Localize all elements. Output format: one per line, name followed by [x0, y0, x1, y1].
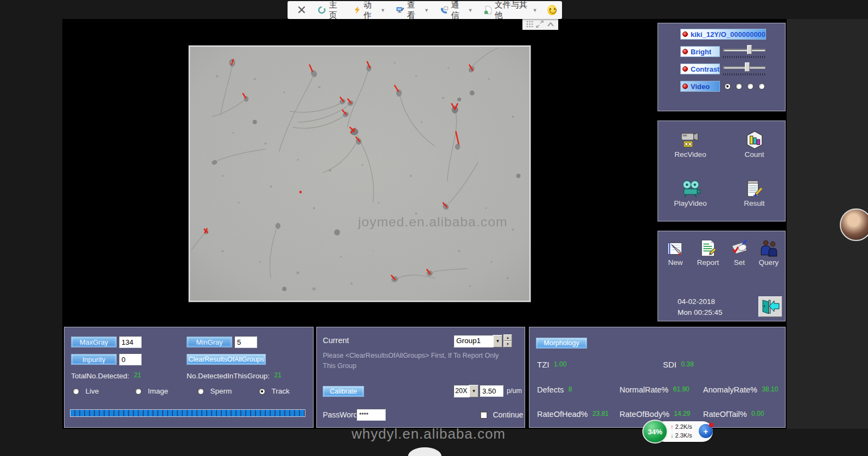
patient-id-button[interactable]: kiki_12Y/O_000000000 [680, 29, 766, 40]
current-group-panel: Current Group1 ▼ ▲ ▼ Please <ClearResult… [316, 327, 525, 428]
morphology-button[interactable]: Morphology [536, 338, 587, 349]
mingray-button[interactable]: MinGray [187, 337, 232, 347]
sdi-value: 0.38 [681, 360, 693, 368]
inpurity-label: Inpurity [82, 356, 106, 364]
slider-thumb[interactable] [745, 62, 750, 72]
magnification-select[interactable]: 20X ▼ [454, 385, 478, 397]
inpurity-button[interactable]: Inpurity [71, 354, 117, 365]
grid-icon[interactable] [526, 21, 533, 28]
notepad-icon [745, 180, 764, 198]
remote-toolbar: 主页 动作 ▼ 查看 ▼ 通信 ▼ [288, 1, 562, 19]
micrograph-view[interactable]: joymed.en.alibaba.com [189, 46, 531, 302]
memory-percent-value: 34% [648, 428, 662, 436]
expand-icon[interactable] [536, 21, 544, 28]
spin-down-icon[interactable]: ▼ [503, 341, 512, 347]
bright-button[interactable]: Bright [680, 46, 720, 57]
radio-live[interactable]: Live [73, 386, 99, 396]
calibrate-label: Calibrate [330, 388, 357, 395]
report-button[interactable]: Report [692, 239, 724, 267]
rateofbody-label: RateOfBody% [620, 410, 669, 419]
radio-icon[interactable] [135, 388, 142, 395]
exit-button[interactable] [758, 296, 782, 317]
video-source-radio-4[interactable] [758, 83, 765, 90]
chevron-down-icon: ▼ [533, 8, 538, 13]
slider-ticks [723, 56, 765, 58]
password-input[interactable] [356, 409, 386, 421]
close-icon[interactable] [293, 4, 310, 16]
slider-ticks [723, 73, 765, 75]
video-actions-panel: RecVideo Count PlayVideo [658, 121, 786, 221]
contrast-slider[interactable] [722, 62, 767, 77]
toolbar-item-comm[interactable]: 通信 ▼ [436, 0, 477, 21]
video-source-radio-3[interactable] [747, 83, 754, 90]
video-source-radio-1[interactable] [724, 83, 731, 90]
magnification-value: 20X [454, 385, 469, 397]
inpurity-input[interactable] [119, 353, 142, 365]
continue-label: Continue [493, 410, 523, 419]
radio-icon[interactable] [73, 388, 79, 395]
calibrate-button[interactable]: Calibrate [323, 386, 364, 397]
continue-option[interactable]: Continue [480, 410, 524, 420]
radio-image[interactable]: Image [135, 386, 168, 396]
recvideo-label: RecVideo [674, 150, 706, 159]
maxgray-input[interactable] [119, 336, 142, 348]
spin-up-icon[interactable]: ▲ [503, 334, 512, 341]
video-button[interactable]: Video [680, 81, 720, 92]
mingray-label: MinGray [196, 338, 222, 346]
toolbar-item-files[interactable]: 文件与其他 ▼ [480, 0, 541, 21]
radio-sperm[interactable]: Sperm [197, 386, 232, 396]
date-text: 04-02-2018 [678, 296, 723, 307]
bright-slider[interactable] [722, 45, 767, 59]
radio-icon[interactable] [197, 388, 204, 395]
scale-input[interactable] [480, 385, 503, 397]
contrast-button[interactable]: Contrast [680, 64, 720, 74]
normalrate-label: NormalRate% [620, 385, 668, 394]
toolbar-item-view[interactable]: 查看 ▼ [392, 0, 433, 21]
playvideo-button[interactable]: PlayVideo [670, 180, 711, 207]
maxgray-label: MaxGray [80, 338, 108, 346]
result-button[interactable]: Result [734, 180, 775, 207]
chevron-down-icon: ▼ [468, 8, 473, 13]
slider-thumb[interactable] [747, 45, 752, 54]
recvideo-button[interactable]: RecVideo [670, 131, 711, 159]
file-icon [484, 5, 492, 15]
clear-first-notice: Please <ClearResultsOfAllGroups> First, … [323, 351, 510, 372]
set-button[interactable]: Set [725, 239, 754, 267]
rateoftail-label: RateOfTail% [703, 410, 747, 419]
anomalyrate-metric: AnomalyRate% 38.10 [703, 385, 778, 395]
count-button[interactable]: Count [734, 131, 775, 159]
avatar[interactable] [840, 208, 868, 241]
count-label: Count [744, 150, 764, 159]
checkbox-icon[interactable] [480, 411, 487, 419]
dropdown-arrow-icon[interactable]: ▼ [469, 385, 478, 397]
clear-results-button[interactable]: ClearResultsOfAllGroups [187, 354, 266, 365]
notification-dot [709, 423, 713, 427]
video-source-radio-2[interactable] [736, 83, 742, 90]
memory-percent-ball[interactable]: 34% [642, 420, 668, 444]
bright-label: Bright [691, 48, 711, 56]
radio-track[interactable]: Track [259, 386, 290, 396]
defects-metric: Defects 8 [537, 385, 572, 395]
lightning-icon [354, 5, 361, 15]
group-select[interactable]: Group1 ▼ [454, 335, 502, 347]
total-detected: TotalNo.Detected: 21 [71, 371, 141, 381]
smiley-icon[interactable] [547, 5, 557, 15]
exit-door-icon [761, 299, 780, 315]
net-speed-widget[interactable]: ↑ 2.2K/s ↓ 2.3K/s + 34% [642, 420, 714, 445]
group-spinner[interactable]: ▲ ▼ [503, 334, 512, 347]
toolbar-action-label: 动作 [363, 0, 376, 21]
maxgray-button[interactable]: MaxGray [71, 337, 117, 347]
dropdown-arrow-icon[interactable]: ▼ [493, 335, 502, 347]
toolbar-item-home[interactable]: 主页 [314, 0, 347, 21]
new-button[interactable]: New [661, 241, 690, 267]
toolbar-view-label: 查看 [407, 0, 420, 21]
toolbar-item-action[interactable]: 动作 ▼ [350, 0, 389, 21]
chevron-up-icon[interactable] [547, 22, 554, 27]
toolbar-home-label: 主页 [329, 0, 343, 21]
playvideo-label: PlayVideo [674, 199, 707, 207]
mingray-input[interactable] [234, 336, 257, 348]
query-button[interactable]: Query [755, 239, 783, 267]
radio-track-label: Track [271, 387, 289, 395]
progress-fill [71, 410, 305, 416]
radio-icon[interactable] [259, 388, 265, 395]
